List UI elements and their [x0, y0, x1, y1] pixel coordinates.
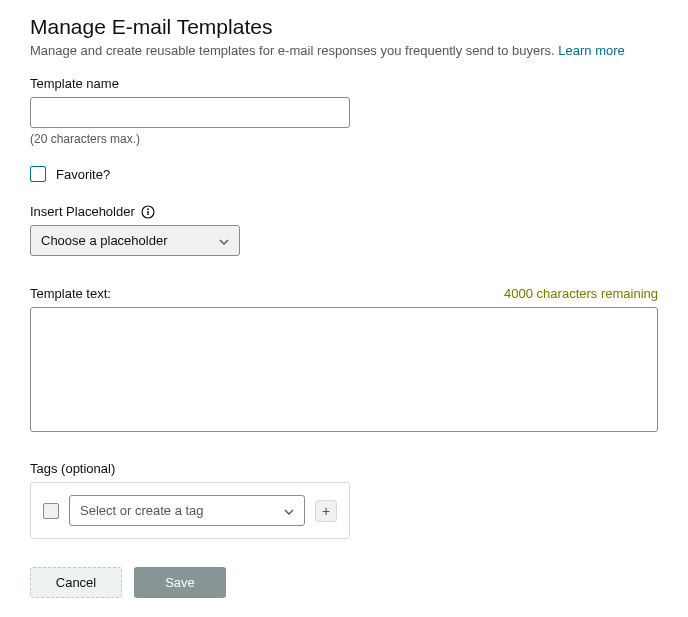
placeholder-selected: Choose a placeholder — [41, 233, 167, 248]
info-icon[interactable] — [141, 205, 155, 219]
page-subtitle: Manage and create reusable templates for… — [30, 43, 658, 58]
template-name-input[interactable] — [30, 97, 350, 128]
characters-remaining: 4000 characters remaining — [504, 286, 658, 301]
insert-placeholder-label: Insert Placeholder — [30, 204, 135, 219]
tags-placeholder-text: Select or create a tag — [80, 503, 204, 518]
learn-more-link[interactable]: Learn more — [558, 43, 624, 58]
cancel-button[interactable]: Cancel — [30, 567, 122, 598]
chevron-down-icon — [284, 503, 294, 518]
template-text-input[interactable] — [30, 307, 658, 432]
tags-container: Select or create a tag + — [30, 482, 350, 539]
save-button[interactable]: Save — [134, 567, 226, 598]
svg-rect-2 — [147, 211, 148, 215]
tags-checkbox[interactable] — [43, 503, 59, 519]
tags-dropdown[interactable]: Select or create a tag — [69, 495, 305, 526]
template-text-label: Template text: — [30, 286, 111, 301]
page-title: Manage E-mail Templates — [30, 15, 658, 39]
template-name-helper: (20 characters max.) — [30, 132, 658, 146]
placeholder-dropdown[interactable]: Choose a placeholder — [30, 225, 240, 256]
favorite-checkbox[interactable] — [30, 166, 46, 182]
add-tag-button[interactable]: + — [315, 500, 337, 522]
svg-point-1 — [147, 208, 149, 210]
template-name-label: Template name — [30, 76, 658, 91]
chevron-down-icon — [219, 235, 229, 247]
favorite-label: Favorite? — [56, 167, 110, 182]
tags-label: Tags (optional) — [30, 461, 658, 476]
subtitle-text: Manage and create reusable templates for… — [30, 43, 555, 58]
